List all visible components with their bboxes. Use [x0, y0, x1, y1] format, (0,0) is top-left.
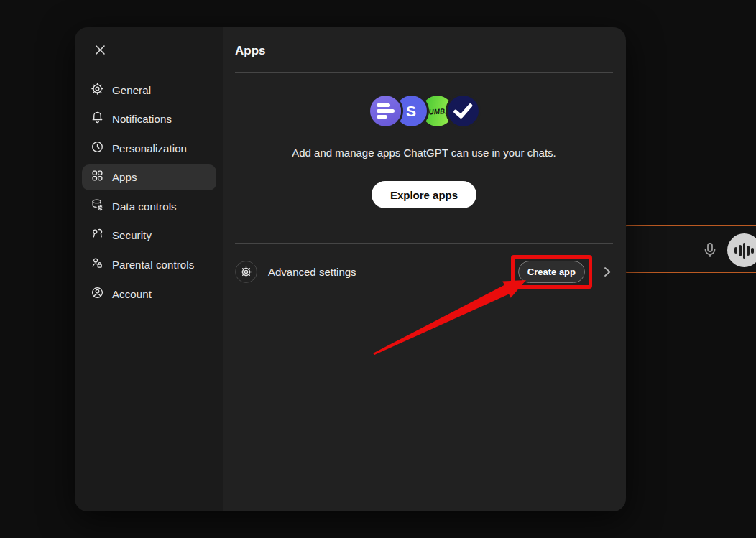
voice-waveform-icon [747, 246, 750, 256]
voice-mode-button[interactable] [727, 233, 756, 267]
sidebar-item-security[interactable]: Security [82, 223, 216, 249]
close-button[interactable] [90, 41, 110, 61]
bell-icon [91, 111, 104, 127]
person-lock-icon [91, 256, 104, 273]
clock-icon [91, 140, 104, 157]
sidebar-item-label: Data controls [112, 200, 177, 213]
sidebar-item-label: Notifications [112, 113, 172, 125]
advanced-settings-label: Advanced settings [268, 266, 356, 278]
create-app-button[interactable]: Create app [518, 261, 585, 283]
settings-sidebar: General Notifications [75, 27, 223, 511]
chat-composer-bar[interactable] [604, 225, 756, 273]
gear-icon [91, 82, 104, 98]
advanced-settings-row[interactable]: Advanced settings Create app [235, 256, 613, 287]
gear-circle-icon [235, 261, 257, 283]
app-icons-row: S ZUMBA [235, 96, 613, 126]
chevron-right-icon[interactable] [602, 266, 613, 278]
database-gear-icon [91, 198, 104, 215]
voice-waveform-icon [739, 245, 742, 256]
apps-description: Add and manage apps ChatGPT can use in y… [235, 145, 613, 161]
sidebar-item-data-controls[interactable]: Data controls [82, 193, 216, 219]
sidebar-item-label: Apps [112, 171, 137, 183]
sidebar-item-account[interactable]: Account [82, 281, 216, 307]
sidebar-item-apps[interactable]: Apps [82, 164, 216, 190]
sidebar-item-personalization[interactable]: Personalization [82, 135, 216, 161]
sidebar-item-notifications[interactable]: Notifications [82, 106, 216, 132]
voice-waveform-icon [751, 248, 754, 254]
app-icon-letter: S [406, 103, 416, 120]
settings-nav: General Notifications [82, 77, 216, 310]
page-title: Apps [235, 44, 613, 61]
close-icon [95, 45, 106, 57]
apps-grid-icon [91, 169, 104, 185]
app-icon-text: ZUMBA [424, 106, 450, 116]
checkmark-app-icon [448, 96, 479, 126]
sidebar-item-label: General [112, 84, 151, 96]
voice-waveform-icon [734, 247, 737, 254]
lines-app-icon [370, 96, 401, 126]
sidebar-item-label: Account [112, 288, 152, 300]
settings-modal: General Notifications [75, 27, 626, 511]
annotation-highlight-box: Create app [511, 255, 592, 289]
sidebar-item-label: Security [112, 229, 152, 241]
voice-waveform-icon [743, 243, 746, 259]
sidebar-item-general[interactable]: General [82, 77, 216, 103]
sidebar-item-label: Personalization [112, 142, 187, 154]
person-circle-icon [91, 286, 104, 302]
divider [235, 243, 613, 244]
explore-apps-button[interactable]: Explore apps [372, 181, 476, 208]
microphone-icon[interactable] [701, 241, 719, 261]
passkey-icon [91, 227, 104, 244]
divider [235, 72, 613, 73]
sidebar-item-parental-controls[interactable]: Parental controls [82, 252, 216, 278]
sidebar-item-label: Parental controls [112, 259, 194, 271]
apps-panel: Apps S ZUMBA Add and manage apps ChatGPT… [223, 27, 626, 511]
